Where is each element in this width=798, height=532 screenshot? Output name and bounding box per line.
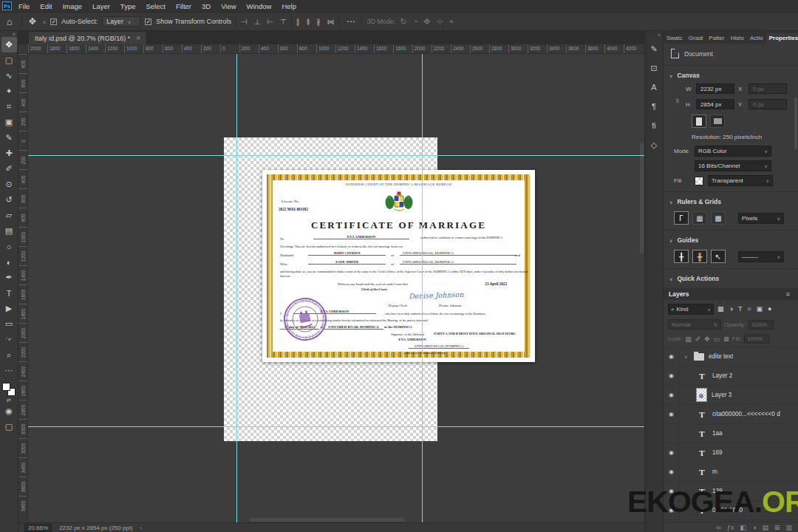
swap-colors-icon[interactable]: ⇄ xyxy=(7,398,11,403)
tool-button[interactable]: ⋯ xyxy=(1,363,17,378)
layers-action-icon[interactable]: ∞ xyxy=(717,524,721,531)
tool-button[interactable]: ✐ xyxy=(1,161,17,177)
auto-select-checkbox[interactable]: ✓ xyxy=(50,18,57,25)
menu-item[interactable]: Window xyxy=(242,1,277,11)
3d-mode-icon[interactable]: ⌖ xyxy=(449,17,454,27)
menu-item[interactable]: Select xyxy=(140,1,170,11)
menu-item[interactable]: Help xyxy=(276,1,301,11)
menu-item[interactable]: View xyxy=(216,1,241,11)
x-field[interactable]: 0 px xyxy=(748,83,787,94)
layer-name[interactable]: Layer 2 xyxy=(712,372,732,379)
rulers-grids-section-header[interactable]: ∨ Rulers & Grids xyxy=(664,194,798,208)
tool-button[interactable]: ⌗ xyxy=(1,99,17,115)
layer-name[interactable]: Layer 3 xyxy=(712,392,732,398)
layer-row[interactable]: ◉ Layer 3 xyxy=(664,386,798,405)
tool-button[interactable]: ▤ xyxy=(1,223,17,239)
layer-filter-dropdown[interactable]: ⌕ Kind ∨ xyxy=(668,304,714,315)
menu-item[interactable]: Edit xyxy=(35,1,57,11)
layers-action-icon[interactable]: ƒx xyxy=(727,524,734,531)
opacity-field[interactable]: 100% xyxy=(748,320,774,330)
distribute-icon[interactable]: ∦ xyxy=(316,18,320,26)
layer-filter-icon[interactable]: T xyxy=(737,305,743,313)
layers-action-icon[interactable]: ◑ xyxy=(752,524,756,531)
tool-button[interactable]: ✚ xyxy=(1,146,17,161)
close-tab-icon[interactable]: × xyxy=(136,34,140,42)
menu-item[interactable]: Type xyxy=(115,1,141,11)
tool-button[interactable]: ◐ xyxy=(1,254,17,270)
visibility-toggle[interactable]: ◉ xyxy=(664,366,680,385)
layer-row[interactable]: ◉ ∨ edite text xyxy=(664,347,798,366)
visibility-toggle[interactable]: ◉ xyxy=(664,386,680,404)
align-icon[interactable]: ⊥ xyxy=(254,18,261,26)
tool-button[interactable]: ▣ xyxy=(1,115,17,130)
color-mode-dropdown[interactable]: RGB Color ∨ xyxy=(695,146,771,157)
tool-button[interactable]: ⌕ xyxy=(1,347,17,363)
tool-button[interactable]: ▭ xyxy=(1,316,17,332)
menu-item[interactable]: 3D xyxy=(197,1,216,11)
height-field[interactable]: 2854 px xyxy=(696,99,734,109)
visibility-toggle[interactable]: ◉ xyxy=(664,347,680,366)
layer-row[interactable]: ◉ T 1aa xyxy=(664,424,798,443)
panel-dock-icon[interactable]: ◇ xyxy=(647,137,662,153)
vertical-guide[interactable] xyxy=(236,54,237,522)
landscape-orientation-button[interactable] xyxy=(710,115,725,128)
tool-button[interactable]: ⊙ xyxy=(1,177,17,192)
tool-button[interactable]: ✥ xyxy=(1,37,17,52)
align-icon[interactable]: ⊢ xyxy=(267,18,273,26)
align-icon[interactable]: ⊤ xyxy=(280,18,287,26)
horizontal-guide[interactable] xyxy=(28,155,644,156)
foreground-color-swatch[interactable] xyxy=(2,383,10,391)
layer-row[interactable]: ◉ T m xyxy=(664,463,798,482)
panel-tab[interactable]: Patter xyxy=(706,33,727,44)
tool-button[interactable]: ∿ xyxy=(1,68,17,83)
guide-style-dropdown[interactable]: ——— ∨ xyxy=(738,251,784,262)
panel-dock-icon[interactable]: ✎ xyxy=(647,41,662,57)
tool-button[interactable]: ✦ xyxy=(1,83,17,99)
tool-button[interactable]: ↺ xyxy=(1,192,17,208)
bit-depth-dropdown[interactable]: 16 Bits/Channel ∨ xyxy=(695,160,771,171)
layer-name[interactable]: 169 xyxy=(712,449,723,456)
auto-select-dropdown[interactable]: Layer ∨ xyxy=(102,16,140,27)
layer-name[interactable]: m xyxy=(712,468,717,475)
quick-actions-section-header[interactable]: ∨ Quick Actions xyxy=(664,271,798,285)
3d-mode-icon[interactable]: ↻ xyxy=(400,17,406,27)
y-field[interactable]: 0 px xyxy=(748,99,787,109)
link-dimensions-icon[interactable]: ∞ xyxy=(669,98,686,105)
portrait-orientation-button[interactable] xyxy=(692,115,706,128)
distribute-icon[interactable]: ∥ xyxy=(296,18,300,26)
panel-dock-icon[interactable]: ⊡ xyxy=(647,60,662,76)
layers-panel-header[interactable]: Layers ≡ xyxy=(664,288,798,300)
panel-tab[interactable]: Histo xyxy=(728,33,747,44)
tool-button[interactable]: T xyxy=(1,285,17,301)
vertical-scrollbar[interactable] xyxy=(640,143,644,253)
layers-action-icon[interactable]: ◧ xyxy=(740,524,746,531)
lock-option-icon[interactable]: ▨ xyxy=(685,335,692,343)
color-swatches[interactable] xyxy=(2,383,16,396)
visibility-toggle[interactable]: ◉ xyxy=(664,424,680,443)
tool-button[interactable]: ✒ xyxy=(1,270,17,285)
layers-action-icon[interactable]: ▥ xyxy=(785,524,792,531)
panel-dock-icon[interactable]: A xyxy=(647,79,662,95)
screen-mode-button[interactable]: ▢ xyxy=(1,419,17,434)
3d-mode-icon[interactable]: ◔ xyxy=(413,17,418,27)
lock-option-icon[interactable]: ▭ xyxy=(714,335,720,343)
more-options-icon[interactable]: ⋯ xyxy=(344,17,357,26)
layer-name[interactable]: edite text xyxy=(709,353,733,360)
toggle-pixel-grid-button[interactable]: ▩ xyxy=(711,211,726,225)
toggle-guides-button[interactable]: ╂ xyxy=(674,250,689,263)
toggle-grid-button[interactable]: ▦ xyxy=(692,211,707,225)
layer-filter-icon[interactable]: ● xyxy=(767,305,772,313)
clear-guides-button[interactable]: ↖ xyxy=(711,250,726,263)
visibility-toggle[interactable]: ◉ xyxy=(664,463,680,481)
layers-menu-icon[interactable]: ≡ xyxy=(783,290,793,298)
tool-button[interactable]: ☞ xyxy=(1,332,17,347)
guide-layout-button[interactable]: ╫ xyxy=(692,250,707,263)
group-chevron-icon[interactable]: ∨ xyxy=(684,354,689,359)
toggle-rulers-button[interactable]: Γ xyxy=(674,211,689,225)
lock-option-icon[interactable]: ✥ xyxy=(704,335,710,343)
document-tab[interactable]: Italy id.psd @ 20.7% (RGB/16) * × xyxy=(29,32,147,44)
layer-name[interactable]: cita000000...<<<<<<<0 d xyxy=(712,411,780,417)
horizontal-scrollbar[interactable] xyxy=(250,518,405,522)
fill-swatch[interactable] xyxy=(695,177,703,185)
units-dropdown[interactable]: Pixels ∨ xyxy=(738,213,784,224)
